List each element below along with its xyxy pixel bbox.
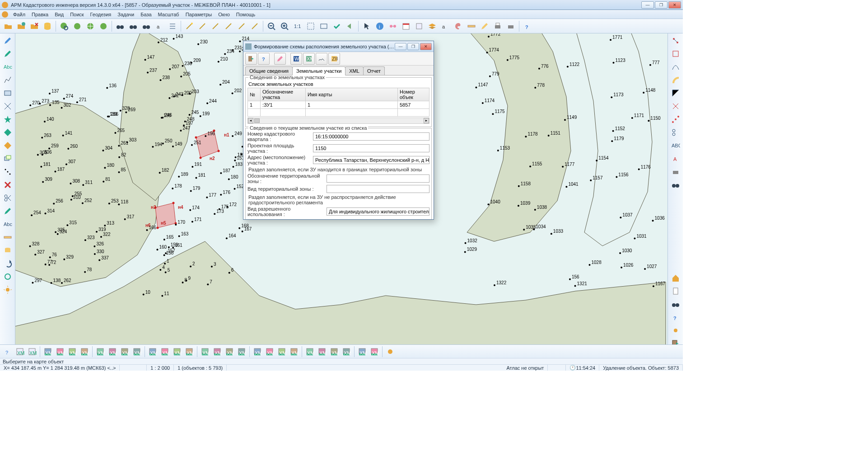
bt-gear[interactable] — [384, 346, 396, 358]
tb-rel[interactable] — [387, 20, 399, 33]
rt-doc[interactable] — [669, 285, 682, 297]
dt-edit[interactable] — [274, 53, 286, 65]
lt-star[interactable] — [1, 113, 14, 126]
tb-wand-2[interactable] — [196, 20, 209, 33]
tb-open-add[interactable] — [15, 20, 28, 33]
tb-zoom-rect[interactable] — [304, 20, 317, 33]
bt-tool-18[interactable]: XML — [276, 346, 288, 358]
tb-print2[interactable] — [504, 20, 517, 33]
tb-binoc-2[interactable] — [127, 20, 140, 33]
menu-params[interactable]: Параметры — [182, 11, 215, 18]
tb-wand-3[interactable] — [209, 20, 222, 33]
lt-pencil2[interactable] — [1, 47, 14, 60]
lt-gear[interactable] — [1, 283, 14, 296]
lt-scissors[interactable] — [1, 192, 14, 204]
bt-tool-11[interactable]: XML — [183, 346, 195, 358]
dialog-close-button[interactable]: ✕ — [420, 43, 432, 50]
menu-file[interactable]: Файл — [10, 11, 28, 18]
menu-base[interactable]: База — [137, 11, 154, 18]
rt-help[interactable]: ? — [669, 311, 682, 324]
tb-nav-ok[interactable] — [331, 20, 343, 33]
minimize-button[interactable]: — — [641, 1, 654, 9]
dialog-maximize-button[interactable]: ❐ — [407, 43, 419, 50]
bt-tool-15[interactable]: XML — [236, 346, 247, 358]
bt-tool-17[interactable]: XML — [264, 346, 275, 358]
fld-use[interactable]: Для индивидуального жилищного строительс… — [327, 207, 429, 216]
tab-parcels[interactable]: Земельные участки — [292, 66, 345, 75]
col-obj[interactable]: Номер объек — [398, 88, 429, 101]
bt-tool-16[interactable]: XML — [252, 346, 263, 358]
rt-home[interactable] — [669, 272, 682, 284]
col-map[interactable]: Имя карты — [306, 88, 398, 101]
fld-tz-obz[interactable] — [327, 174, 429, 183]
rt-print[interactable] — [669, 165, 682, 178]
bt-help[interactable]: ? — [2, 346, 14, 358]
rt-a[interactable]: A — [669, 152, 682, 165]
rt-3[interactable] — [669, 61, 682, 73]
rt-2[interactable] — [669, 47, 682, 60]
tb-db[interactable] — [41, 20, 54, 33]
tb-pencil[interactable] — [478, 20, 491, 33]
tb-palette[interactable] — [452, 20, 465, 33]
lt-undo[interactable] — [1, 257, 14, 270]
rt-6[interactable] — [669, 100, 682, 113]
bt-tool-21[interactable]: XML — [316, 346, 328, 358]
lt-diamond2[interactable] — [1, 139, 14, 152]
bt-tool-8[interactable]: XML — [147, 346, 159, 358]
dt-zip[interactable]: ZIP — [328, 53, 340, 65]
parcel-table[interactable]: № Обозначение участка Имя карты Номер об… — [247, 88, 429, 117]
tb-text-a[interactable]: a — [153, 20, 166, 33]
tb-layers[interactable] — [426, 20, 439, 33]
tab-report[interactable]: Отчет — [363, 66, 385, 75]
bt-xml-2[interactable]: XML — [26, 346, 38, 358]
lt-layers[interactable] — [1, 152, 14, 165]
bt-tool-10[interactable]: XML — [171, 346, 183, 358]
tb-db2[interactable] — [413, 20, 425, 33]
tb-ruler[interactable] — [465, 20, 478, 33]
tb-binoc-1[interactable] — [114, 20, 126, 33]
tb-print[interactable] — [491, 20, 504, 33]
tb-close[interactable] — [28, 20, 41, 33]
lt-abc2[interactable]: Abc — [1, 218, 14, 231]
bt-xml-1[interactable]: XML — [14, 346, 26, 358]
bt-tool-4[interactable]: XML — [94, 346, 106, 358]
bt-tool-2[interactable]: XML — [66, 346, 78, 358]
lt-pencil3[interactable] — [1, 205, 14, 217]
menu-view[interactable]: Вид — [51, 11, 67, 18]
bt-tool-5[interactable]: XML — [107, 346, 118, 358]
dialog-titlebar[interactable]: Формирование схемы расположения земельно… — [243, 41, 434, 52]
dt-word[interactable]: W — [290, 53, 302, 65]
menu-geodesy[interactable]: Геодезия — [87, 11, 115, 18]
rt-abc[interactable]: ABC — [669, 139, 682, 152]
lt-pencil[interactable] — [1, 34, 14, 47]
bt-tool-6[interactable]: XML — [119, 346, 131, 358]
menu-window[interactable]: Окно — [215, 11, 233, 18]
tb-help[interactable]: ? — [521, 20, 534, 33]
col-obz[interactable]: Обозначение участка — [261, 88, 306, 101]
tb-wand-1[interactable] — [183, 20, 196, 33]
bt-tool-0[interactable]: XML — [42, 346, 54, 358]
menu-edit[interactable]: Правка — [28, 11, 51, 18]
bt-tool-14[interactable]: XML — [224, 346, 235, 358]
fld-area[interactable]: 1150 — [313, 144, 429, 152]
dialog-minimize-button[interactable]: — — [395, 43, 406, 50]
tb-nav-back[interactable] — [344, 20, 356, 33]
tb-globe-3[interactable] — [84, 20, 97, 33]
dt-exit[interactable] — [245, 53, 257, 65]
bt-tool-19[interactable]: XML — [288, 346, 300, 358]
rt-1[interactable] — [669, 34, 682, 47]
tab-general[interactable]: Общие сведения — [245, 66, 293, 75]
tb-zoom-in[interactable] — [278, 20, 291, 33]
tb-globe-4[interactable] — [97, 20, 110, 33]
lt-del[interactable] — [1, 179, 14, 191]
dt-xml[interactable]: XML — [303, 53, 315, 65]
close-button[interactable]: ✕ — [668, 1, 681, 9]
dt-sign[interactable] — [316, 53, 327, 65]
tb-wand-6[interactable] — [248, 20, 261, 33]
bt-tool-22[interactable]: XML — [328, 346, 340, 358]
rt-binoc[interactable] — [669, 179, 682, 191]
tb-globe-search[interactable] — [58, 20, 70, 33]
fld-quarter[interactable]: 16:15:0000000 — [313, 132, 429, 141]
tb-zoom-11[interactable]: 1:1 — [291, 20, 304, 33]
tb-pointer[interactable] — [360, 20, 373, 33]
